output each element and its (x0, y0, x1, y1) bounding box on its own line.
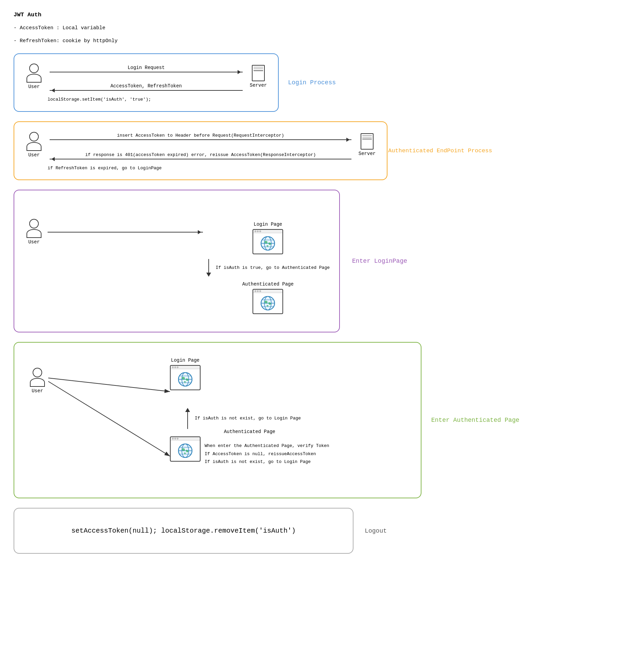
auth-endpoint-section: User insert AccessToken to Header before… (14, 121, 387, 180)
auth-note-line3: If isAuth is not exist, go to Login Page (205, 459, 329, 465)
up-arrow-auth-to-login (185, 408, 190, 429)
endpoint-note: if RefreshToken is expired, go to LoginP… (48, 165, 377, 172)
server-icon-login: Server (248, 65, 269, 88)
logout-section-label: Logout (365, 528, 387, 534)
auth-page-browser-enterauth (170, 436, 201, 462)
enter-auth-section: User Login Page (14, 342, 421, 498)
login-section-label: Login Process (288, 79, 336, 86)
login-page-browser-enterauth (170, 365, 201, 390)
login-process-section: User Login Request AccessToken, RefreshT… (14, 53, 279, 112)
header-title: JWT Auth (14, 10, 609, 19)
enter-login-section: User Login Page (14, 190, 340, 332)
svg-line-13 (48, 381, 170, 456)
user-icon-endpoint: User (24, 132, 44, 158)
login-arrow2-label: AccessToken, RefreshToken (50, 83, 243, 89)
header: JWT Auth - AccessToken : Local variable … (14, 10, 609, 45)
svg-line-12 (48, 378, 170, 392)
logout-code: setAccessToken(null); localStorage.remov… (71, 527, 296, 535)
login-page-label-enterlogin: Login Page (254, 222, 282, 227)
logout-section: setAccessToken(null); localStorage.remov… (14, 508, 353, 554)
endpoint-arrow1-label: insert AccessToken to Header before Requ… (50, 133, 351, 138)
auth-endpoint-section-label: Authenticated EndPoint Process (388, 148, 492, 154)
down-arrow-login-to-auth (206, 259, 211, 277)
login-page-browser-enterlogin (253, 229, 283, 254)
auth-note-line1: When enter the Authenticated Page, verif… (205, 443, 329, 449)
auth-page-label-enterlogin: Authenticated Page (242, 281, 294, 287)
enter-auth-section-label: Enter Authenticated Page (431, 417, 519, 424)
user-icon-login: User (24, 64, 44, 89)
header-bullet2: - RefreshToken: cookie by httpOnly (14, 37, 609, 45)
auth-note-line2: If AccessToken is null, reissueAccessTok… (205, 451, 329, 458)
auth-page-browser-enterlogin (253, 289, 283, 314)
user-icon-enter-auth: User (27, 368, 48, 394)
login-note: localStorage.setItem('isAuth', 'true'); (48, 96, 269, 103)
user-icon-enter-login: User (24, 219, 44, 245)
login-page-label-enterauth: Login Page (171, 358, 200, 363)
header-bullet1: - AccessToken : Local variable (14, 24, 609, 32)
endpoint-arrow2-label: if response is 401(accessToken expired) … (50, 152, 351, 157)
enter-auth-up-annotation: If isAuth is not exist, go to Login Page (195, 415, 301, 422)
enter-login-section-label: Enter LoginPage (352, 258, 407, 264)
login-arrow1-label: Login Request (50, 65, 243, 70)
auth-page-label-enterauth: Authenticated Page (224, 429, 275, 434)
server-icon-endpoint: Server (357, 133, 377, 156)
enter-login-annotation: If isAuth is true, go to Authenticated P… (216, 264, 330, 271)
